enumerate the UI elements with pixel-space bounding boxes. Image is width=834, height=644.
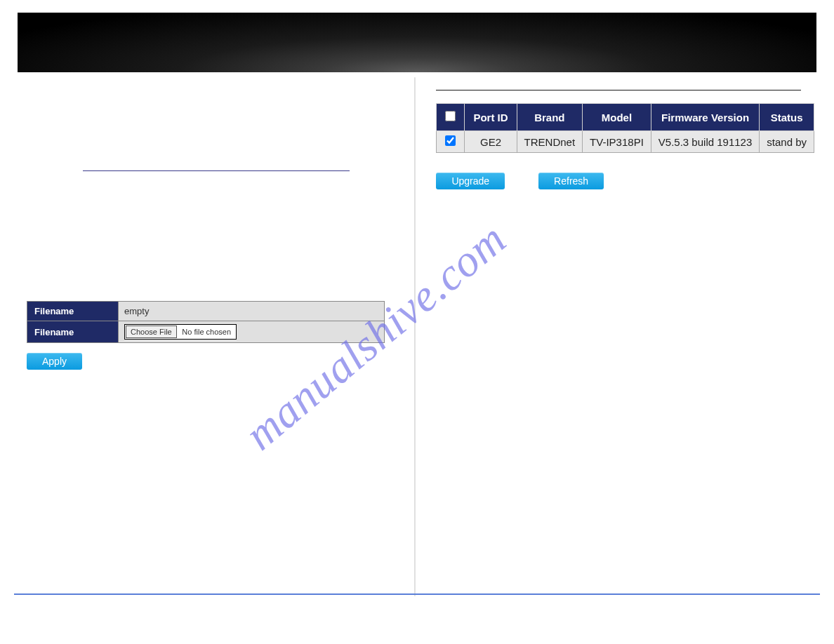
left-column: Filename empty Filename Choose File No f…: [0, 72, 401, 384]
upgrade-button[interactable]: Upgrade: [436, 173, 505, 189]
header-firmware: Firmware Version: [651, 104, 759, 131]
file-input-wrapper[interactable]: Choose File No file chosen: [124, 324, 237, 340]
section-divider: [83, 170, 350, 171]
header-port-id: Port ID: [465, 104, 517, 131]
action-buttons: Upgrade Refresh: [436, 173, 814, 189]
row-checkbox[interactable]: [445, 135, 456, 146]
file-input-cell: Choose File No file chosen: [119, 321, 385, 343]
refresh-button[interactable]: Refresh: [538, 173, 604, 189]
bottom-divider: [14, 593, 820, 595]
header-banner: [18, 13, 816, 72]
main-content: Filename empty Filename Choose File No f…: [0, 72, 834, 384]
file-upload-table: Filename empty Filename Choose File No f…: [27, 301, 385, 343]
filename-label: Filename: [27, 302, 119, 321]
cell-status: stand by: [760, 131, 814, 153]
cell-brand: TRENDnet: [517, 131, 583, 153]
filename-label-2: Filename: [27, 321, 119, 343]
header-status: Status: [760, 104, 814, 131]
choose-file-button[interactable]: Choose File: [126, 326, 177, 338]
table-header-row: Port ID Brand Model Firmware Version Sta…: [437, 104, 814, 131]
row-checkbox-cell: [437, 131, 465, 153]
top-divider: [436, 90, 801, 90]
cell-firmware: V5.5.3 build 191123: [651, 131, 759, 153]
device-table: Port ID Brand Model Firmware Version Sta…: [436, 103, 814, 153]
select-all-checkbox[interactable]: [445, 111, 456, 121]
cell-model: TV-IP318PI: [583, 131, 651, 153]
right-column: Port ID Brand Model Firmware Version Sta…: [401, 72, 834, 384]
header-model: Model: [583, 104, 651, 131]
select-all-header: [437, 104, 465, 131]
no-file-chosen-text: No file chosen: [179, 328, 235, 336]
cell-port-id: GE2: [465, 131, 517, 153]
filename-display-row: Filename empty: [27, 302, 385, 321]
column-divider: [414, 77, 416, 596]
filename-choose-row: Filename Choose File No file chosen: [27, 321, 385, 343]
filename-value: empty: [119, 302, 385, 321]
apply-button[interactable]: Apply: [27, 353, 82, 370]
header-brand: Brand: [517, 104, 583, 131]
table-row: GE2 TRENDnet TV-IP318PI V5.5.3 build 191…: [437, 131, 814, 153]
